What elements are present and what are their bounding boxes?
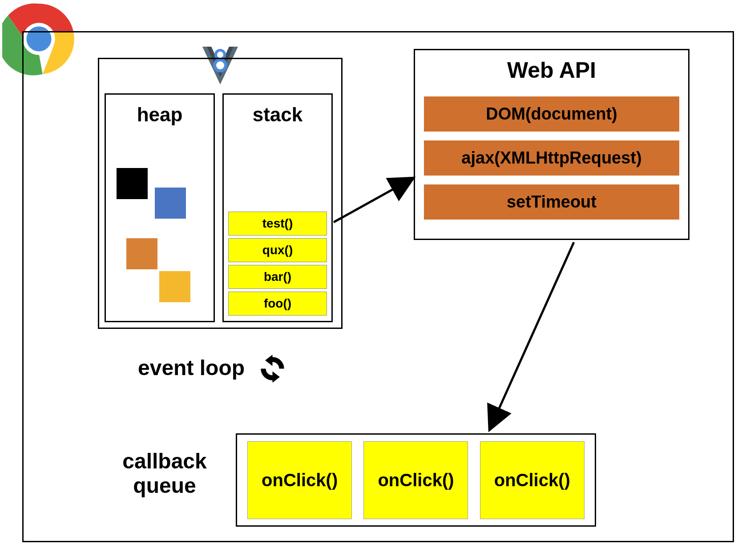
- web-api-item: setTimeout: [424, 184, 679, 220]
- callback-item: onClick(): [363, 441, 468, 519]
- stack-frame: bar(): [228, 265, 327, 289]
- heap-object-square: [159, 271, 190, 302]
- callback-queue-label: callback queue: [109, 449, 220, 498]
- stack-items-container: test() qux() bar() foo(): [224, 212, 331, 321]
- stack-frame: test(): [228, 212, 327, 236]
- callback-queue-label-line1: callback: [122, 449, 206, 473]
- web-api-item: ajax(XMLHttpRequest): [424, 140, 679, 176]
- callback-item: onClick(): [480, 441, 585, 519]
- heap-object-square: [155, 188, 186, 219]
- web-api-title: Web API: [507, 57, 596, 83]
- heap-object-square: [126, 238, 157, 269]
- heap-object-square: [117, 168, 148, 199]
- loop-icon: [256, 352, 289, 385]
- svg-point-7: [217, 52, 223, 58]
- callback-item: onClick(): [247, 441, 352, 519]
- stack-label: stack: [224, 95, 331, 126]
- callback-queue-label-line2: queue: [133, 474, 196, 497]
- stack-frame: qux(): [228, 238, 327, 262]
- diagram-canvas: heap stack test() qux() bar() foo() Web …: [0, 0, 750, 560]
- stack-box: stack test() qux() bar() foo(): [222, 93, 333, 322]
- event-loop-label: event loop: [138, 356, 245, 380]
- web-api-box: Web API DOM(document) ajax(XMLHttpReques…: [414, 49, 690, 240]
- heap-label: heap: [106, 95, 214, 126]
- callback-queue-box: onClick() onClick() onClick(): [236, 433, 596, 527]
- stack-frame: foo(): [228, 292, 327, 316]
- web-api-item: DOM(document): [424, 96, 679, 132]
